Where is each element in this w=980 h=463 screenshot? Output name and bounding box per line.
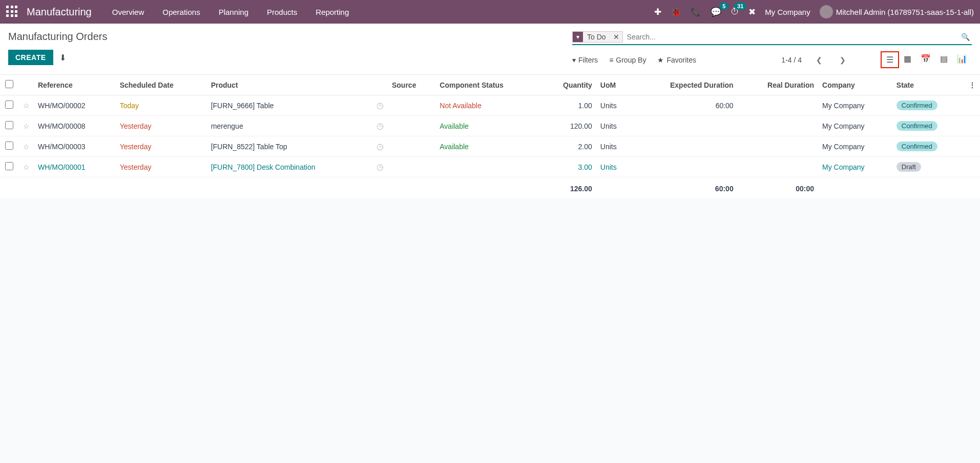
search-facet-todo[interactable]: ▾ To Do ✕ xyxy=(572,31,623,43)
apps-menu-icon[interactable] xyxy=(6,6,18,18)
col-product[interactable]: Product xyxy=(207,75,372,95)
col-source[interactable]: Source xyxy=(388,75,435,95)
cell-company: My Company xyxy=(818,157,892,177)
cell-component-status xyxy=(435,157,541,177)
star-toggle[interactable]: ☆ xyxy=(18,116,34,136)
chat-icon[interactable]: 💬5 xyxy=(711,7,721,17)
cell-source xyxy=(388,136,435,157)
facet-label: To Do xyxy=(583,32,610,42)
app-title[interactable]: Manufacturing xyxy=(27,6,92,18)
bug-icon[interactable]: 🐞 xyxy=(671,7,681,17)
company-switcher[interactable]: My Company xyxy=(765,8,810,16)
view-pivot-icon[interactable]: ▤ xyxy=(935,51,952,68)
cell-reference: WH/MO/00008 xyxy=(34,116,116,136)
col-state[interactable]: State xyxy=(892,75,965,95)
col-uom[interactable]: UoM xyxy=(596,75,632,95)
star-icon: ★ xyxy=(657,56,664,64)
phone-icon[interactable]: 📞 xyxy=(691,7,701,17)
nav-menu-overview[interactable]: Overview xyxy=(104,4,153,21)
cell-scheduled: Yesterday xyxy=(116,116,207,136)
state-badge: Draft xyxy=(896,162,921,172)
filters-button[interactable]: ▾Filters xyxy=(572,56,598,64)
page-title: Manufacturing Orders xyxy=(8,31,572,43)
table-row[interactable]: ☆WH/MO/00003Yesterday[FURN_8522] Table T… xyxy=(0,136,980,157)
user-menu[interactable]: Mitchell Admin (16789751-saas-15-1-all) xyxy=(820,5,974,18)
clock-icon[interactable]: ◷ xyxy=(377,122,384,130)
view-calendar-icon[interactable]: 📅 xyxy=(916,51,935,68)
cell-reference: WH/MO/00003 xyxy=(34,136,116,157)
clock-icon[interactable]: ◷ xyxy=(377,142,384,151)
table-row[interactable]: ☆WH/MO/00008Yesterdaymerengue◷Available1… xyxy=(0,116,980,136)
cell-expected xyxy=(632,136,737,157)
cell-reference: WH/MO/00001 xyxy=(34,157,116,177)
list-icon: ≡ xyxy=(609,56,613,64)
chat-badge: 5 xyxy=(719,3,728,10)
cell-scheduled: Today xyxy=(116,95,207,116)
cell-product: merengue xyxy=(207,116,372,136)
cell-reference: WH/MO/00002 xyxy=(34,95,116,116)
search-input[interactable] xyxy=(623,31,959,43)
col-expected[interactable]: Expected Duration xyxy=(632,75,737,95)
col-reference[interactable]: Reference xyxy=(34,75,116,95)
cell-company: My Company xyxy=(818,136,892,157)
nav-menu-operations[interactable]: Operations xyxy=(154,4,208,21)
view-graph-icon[interactable]: 📊 xyxy=(952,51,972,68)
col-company[interactable]: Company xyxy=(818,75,892,95)
clock-icon[interactable]: ◷ xyxy=(377,101,384,110)
clock-icon[interactable]: ◷ xyxy=(377,163,384,171)
cell-quantity: 3.00 xyxy=(541,157,596,177)
sum-expected: 60:00 xyxy=(632,177,737,198)
star-toggle[interactable]: ☆ xyxy=(18,157,34,177)
cell-source xyxy=(388,116,435,136)
cell-company: My Company xyxy=(818,95,892,116)
cell-uom: Units xyxy=(596,116,632,136)
star-toggle[interactable]: ☆ xyxy=(18,136,34,157)
avatar xyxy=(820,5,833,18)
nav-menu-reporting[interactable]: Reporting xyxy=(307,4,357,21)
favorites-button[interactable]: ★Favorites xyxy=(657,56,696,64)
cell-product: [FURN_8522] Table Top xyxy=(207,136,372,157)
sum-quantity: 126.00 xyxy=(541,177,596,198)
select-all-checkbox[interactable] xyxy=(5,80,13,88)
cell-component-status: Not Available xyxy=(435,95,541,116)
col-options-icon[interactable]: ⋮ xyxy=(965,75,980,95)
cell-expected xyxy=(632,157,737,177)
cell-uom: Units xyxy=(596,95,632,116)
star-toggle[interactable]: ☆ xyxy=(18,95,34,116)
plus-icon[interactable]: ✚ xyxy=(654,7,661,17)
table-row[interactable]: ☆WH/MO/00001Yesterday[FURN_7800] Desk Co… xyxy=(0,157,980,177)
activity-icon[interactable]: ⏱31 xyxy=(731,7,739,17)
funnel-icon: ▾ xyxy=(572,56,576,64)
pager-prev[interactable]: ❮ xyxy=(813,54,825,66)
table-row[interactable]: ☆WH/MO/00002Today[FURN_9666] Table◷Not A… xyxy=(0,95,980,116)
download-icon[interactable]: ⬇ xyxy=(59,53,66,63)
row-checkbox[interactable] xyxy=(5,100,13,109)
nav-menu-products[interactable]: Products xyxy=(259,4,305,21)
activity-badge: 31 xyxy=(734,3,746,10)
cell-quantity: 1.00 xyxy=(541,95,596,116)
cell-product: [FURN_9666] Table xyxy=(207,95,372,116)
facet-remove[interactable]: ✕ xyxy=(610,32,622,42)
groupby-button[interactable]: ≡Group By xyxy=(609,56,646,64)
col-component-status[interactable]: Component Status xyxy=(435,75,541,95)
view-list-icon[interactable]: ☰ xyxy=(881,51,899,68)
cell-component-status: Available xyxy=(435,116,541,136)
nav-menu-planning[interactable]: Planning xyxy=(211,4,257,21)
view-kanban-icon[interactable]: ▦ xyxy=(899,51,916,68)
col-real[interactable]: Real Duration xyxy=(738,75,818,95)
row-checkbox[interactable] xyxy=(5,121,13,129)
row-checkbox[interactable] xyxy=(5,142,13,150)
cell-expected xyxy=(632,116,737,136)
create-button[interactable]: CREATE xyxy=(8,50,53,65)
cell-product: [FURN_7800] Desk Combination xyxy=(207,157,372,177)
col-quantity[interactable]: Quantity xyxy=(541,75,596,95)
search-icon[interactable]: 🔍 xyxy=(959,33,972,41)
pager[interactable]: 1-4 / 4 xyxy=(781,56,802,64)
cell-real xyxy=(738,136,818,157)
pager-next[interactable]: ❯ xyxy=(837,54,849,66)
tools-icon[interactable]: ✖ xyxy=(748,7,756,17)
col-scheduled[interactable]: Scheduled Date xyxy=(116,75,207,95)
cell-scheduled: Yesterday xyxy=(116,136,207,157)
row-checkbox[interactable] xyxy=(5,162,13,170)
cell-real xyxy=(738,116,818,136)
